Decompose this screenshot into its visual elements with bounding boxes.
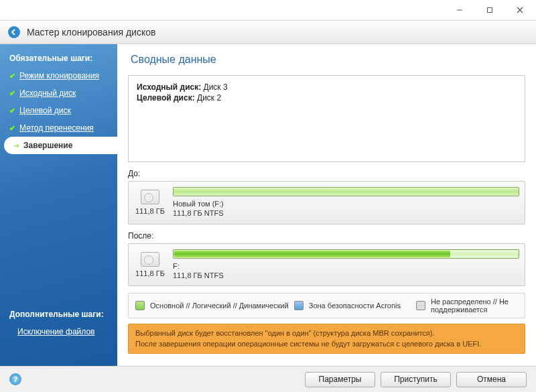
sidebar-item-label: Режим клонирования — [19, 71, 99, 80]
page-title: Сводные данные — [117, 44, 536, 71]
svg-rect-1 — [487, 8, 492, 13]
sidebar-item-finish[interactable]: ➔ Завершение — [4, 137, 117, 154]
disk-panel-after: 111,8 ГБ F: 111,8 ГБ NTFS — [128, 243, 525, 287]
hdd-icon — [141, 252, 159, 267]
main-content: Сводные данные Исходный диск: Диск 3 Цел… — [117, 44, 536, 366]
sidebar-item-label: Исходный диск — [19, 88, 76, 98]
sidebar-item-source[interactable]: ✔ Исходный диск — [0, 84, 117, 102]
sidebar-item-target[interactable]: ✔ Целевой диск — [0, 102, 117, 119]
disk-panel-before: 111,8 ГБ Новый том (F:) 111,8 ГБ NTFS — [128, 181, 525, 224]
sidebar-item-mode[interactable]: ✔ Режим клонирования — [0, 67, 117, 84]
after-heading: После: — [128, 231, 525, 241]
swatch-zone-icon — [294, 301, 304, 310]
sidebar: Обязательные шаги: ✔ Режим клонирования … — [0, 44, 117, 366]
summary-box: Исходный диск: Диск 3 Целевой диск: Диск… — [128, 75, 525, 162]
help-icon[interactable]: ? — [9, 373, 21, 385]
legend-unalloc: Не распределено // Не поддерживается — [431, 298, 518, 314]
checkmark-icon: ✔ — [9, 124, 15, 133]
arrow-right-icon: ➔ — [13, 141, 19, 150]
disk-size-after: 111,8 ГБ — [135, 269, 165, 277]
footer: ? Параметры Приступить Отмена — [0, 366, 536, 392]
warning-box: Выбранный диск будет восстановлен "один … — [128, 324, 525, 354]
warning-line1: Выбранный диск будет восстановлен "один … — [135, 328, 518, 338]
sidebar-item-label: Целевой диск — [19, 106, 71, 115]
sidebar-item-label: Исключение файлов — [17, 327, 94, 336]
legend: Основной // Логический // Динамический З… — [128, 293, 525, 318]
checkmark-icon: ✔ — [9, 107, 15, 115]
source-disk-label: Исходный диск: — [137, 82, 201, 92]
disk-bar-after[interactable] — [173, 249, 519, 259]
sidebar-extra-heading: Дополнительные шаги: — [0, 310, 117, 323]
sidebar-item-method[interactable]: ✔ Метод перенесения — [0, 119, 117, 137]
volume-caption-after: F: 111,8 ГБ NTFS — [173, 261, 519, 281]
volume-name: F: — [173, 262, 180, 270]
before-heading: До: — [128, 169, 525, 178]
legend-primary: Основной // Логический // Динамический — [150, 302, 289, 310]
window-title: Мастер клонирования дисков — [27, 27, 155, 38]
source-disk-value: Диск 3 — [204, 82, 228, 92]
titlebar — [0, 0, 536, 20]
disk-bar-before[interactable] — [173, 187, 519, 196]
params-button[interactable]: Параметры — [305, 372, 375, 387]
target-disk-label: Целевой диск: — [137, 93, 195, 103]
legend-zone: Зона безопасности Acronis — [309, 302, 401, 310]
cancel-button[interactable]: Отмена — [456, 372, 527, 387]
checkmark-icon: ✔ — [9, 89, 15, 98]
target-disk-value: Диск 2 — [197, 93, 221, 103]
back-icon[interactable] — [8, 26, 20, 38]
header: Мастер клонирования дисков — [0, 20, 536, 44]
volume-detail: 111,8 ГБ NTFS — [173, 209, 224, 217]
swatch-unalloc-icon — [416, 301, 425, 310]
disk-size-before: 111,8 ГБ — [135, 207, 165, 215]
sidebar-item-label: Завершение — [23, 141, 72, 150]
warning-line2: После завершения операции операционные с… — [135, 339, 518, 349]
volume-caption-before: Новый том (F:) 111,8 ГБ NTFS — [173, 199, 519, 218]
sidebar-required-heading: Обязательные шаги: — [0, 54, 117, 67]
minimize-button[interactable] — [444, 1, 474, 19]
sidebar-item-exclude[interactable]: Исключение файлов — [0, 324, 117, 339]
swatch-primary-icon — [135, 301, 145, 310]
sidebar-item-label: Метод перенесения — [19, 123, 94, 133]
volume-detail: 111,8 ГБ NTFS — [173, 271, 224, 279]
proceed-button[interactable]: Приступить — [381, 372, 451, 387]
close-button[interactable] — [505, 1, 535, 19]
hdd-icon — [141, 190, 159, 204]
checkmark-icon: ✔ — [9, 72, 15, 80]
volume-name: Новый том (F:) — [173, 200, 224, 208]
maximize-button[interactable] — [474, 1, 505, 19]
